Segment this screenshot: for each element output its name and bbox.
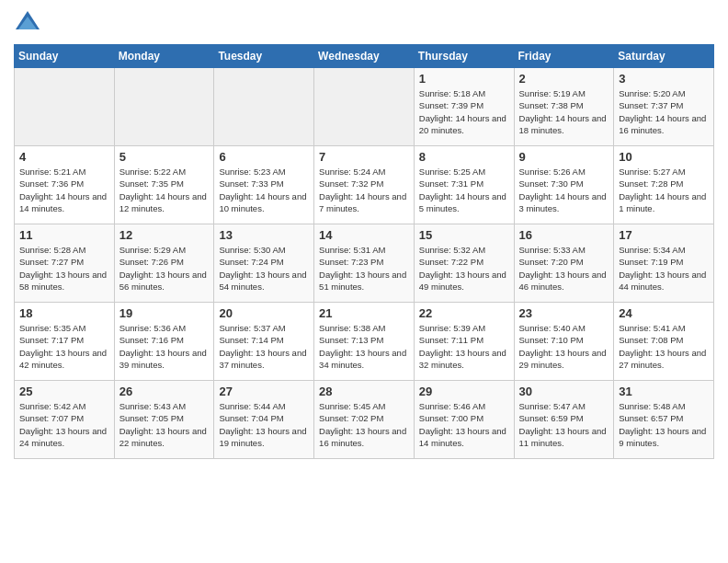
day-number: 14: [319, 228, 409, 242]
day-info: Sunrise: 5:42 AM Sunset: 7:07 PM Dayligh…: [19, 400, 109, 449]
calendar-header-row: SundayMondayTuesdayWednesdayThursdayFrid…: [15, 45, 714, 68]
day-info: Sunrise: 5:34 AM Sunset: 7:19 PM Dayligh…: [619, 244, 709, 293]
day-number: 18: [19, 306, 109, 320]
day-info: Sunrise: 5:27 AM Sunset: 7:28 PM Dayligh…: [619, 166, 709, 214]
calendar-week-row: 4Sunrise: 5:21 AM Sunset: 7:36 PM Daylig…: [15, 146, 714, 224]
calendar-cell: [314, 68, 415, 146]
calendar-cell: 31Sunrise: 5:48 AM Sunset: 6:57 PM Dayli…: [614, 381, 714, 459]
day-info: Sunrise: 5:47 AM Sunset: 6:59 PM Dayligh…: [519, 400, 609, 449]
day-info: Sunrise: 5:21 AM Sunset: 7:36 PM Dayligh…: [19, 166, 109, 214]
day-info: Sunrise: 5:38 AM Sunset: 7:13 PM Dayligh…: [319, 322, 409, 371]
day-number: 27: [219, 385, 309, 398]
day-info: Sunrise: 5:32 AM Sunset: 7:22 PM Dayligh…: [419, 244, 509, 293]
day-info: Sunrise: 5:25 AM Sunset: 7:31 PM Dayligh…: [419, 166, 509, 214]
day-info: Sunrise: 5:26 AM Sunset: 7:30 PM Dayligh…: [519, 166, 609, 214]
day-number: 21: [319, 306, 409, 320]
day-number: 6: [219, 150, 309, 164]
calendar-cell: 23Sunrise: 5:40 AM Sunset: 7:10 PM Dayli…: [514, 303, 614, 381]
calendar-cell: 8Sunrise: 5:25 AM Sunset: 7:31 PM Daylig…: [414, 146, 514, 224]
day-header-saturday: Saturday: [614, 45, 714, 68]
day-info: Sunrise: 5:36 AM Sunset: 7:16 PM Dayligh…: [119, 322, 210, 371]
calendar-cell: 7Sunrise: 5:24 AM Sunset: 7:32 PM Daylig…: [314, 146, 415, 224]
day-info: Sunrise: 5:43 AM Sunset: 7:05 PM Dayligh…: [119, 400, 210, 449]
day-number: 11: [19, 228, 109, 242]
day-info: Sunrise: 5:35 AM Sunset: 7:17 PM Dayligh…: [19, 322, 109, 371]
calendar-cell: 28Sunrise: 5:45 AM Sunset: 7:02 PM Dayli…: [314, 381, 415, 459]
calendar-week-row: 18Sunrise: 5:35 AM Sunset: 7:17 PM Dayli…: [15, 303, 714, 381]
calendar-table: SundayMondayTuesdayWednesdayThursdayFrid…: [14, 44, 714, 459]
calendar-cell: 10Sunrise: 5:27 AM Sunset: 7:28 PM Dayli…: [614, 146, 714, 224]
calendar-cell: 3Sunrise: 5:20 AM Sunset: 7:37 PM Daylig…: [614, 68, 714, 146]
page-header: [14, 9, 714, 37]
day-number: 2: [519, 72, 609, 86]
day-header-friday: Friday: [514, 45, 614, 68]
day-number: 4: [19, 150, 109, 164]
day-info: Sunrise: 5:46 AM Sunset: 7:00 PM Dayligh…: [419, 400, 509, 449]
logo-icon: [14, 9, 41, 37]
day-number: 16: [519, 228, 609, 242]
day-number: 24: [619, 306, 709, 320]
day-number: 26: [119, 385, 210, 398]
calendar-cell: 26Sunrise: 5:43 AM Sunset: 7:05 PM Dayli…: [114, 381, 214, 459]
day-info: Sunrise: 5:29 AM Sunset: 7:26 PM Dayligh…: [119, 244, 210, 293]
day-number: 22: [419, 306, 509, 320]
calendar-cell: 6Sunrise: 5:23 AM Sunset: 7:33 PM Daylig…: [214, 146, 314, 224]
day-header-tuesday: Tuesday: [214, 45, 314, 68]
day-info: Sunrise: 5:48 AM Sunset: 6:57 PM Dayligh…: [619, 400, 709, 449]
calendar-week-row: 11Sunrise: 5:28 AM Sunset: 7:27 PM Dayli…: [15, 224, 714, 303]
day-number: 17: [619, 228, 709, 242]
calendar-cell: [214, 68, 314, 146]
calendar-cell: 5Sunrise: 5:22 AM Sunset: 7:35 PM Daylig…: [114, 146, 214, 224]
calendar-cell: 14Sunrise: 5:31 AM Sunset: 7:23 PM Dayli…: [314, 224, 415, 303]
day-info: Sunrise: 5:22 AM Sunset: 7:35 PM Dayligh…: [119, 166, 210, 214]
calendar-cell: [15, 68, 115, 146]
day-info: Sunrise: 5:33 AM Sunset: 7:20 PM Dayligh…: [519, 244, 609, 293]
calendar-cell: 30Sunrise: 5:47 AM Sunset: 6:59 PM Dayli…: [514, 381, 614, 459]
day-number: 13: [219, 228, 309, 242]
day-info: Sunrise: 5:24 AM Sunset: 7:32 PM Dayligh…: [319, 166, 409, 214]
calendar-cell: 22Sunrise: 5:39 AM Sunset: 7:11 PM Dayli…: [414, 303, 514, 381]
day-number: 8: [419, 150, 509, 164]
calendar-cell: 4Sunrise: 5:21 AM Sunset: 7:36 PM Daylig…: [15, 146, 115, 224]
day-header-monday: Monday: [114, 45, 214, 68]
day-number: 23: [519, 306, 609, 320]
calendar-cell: 16Sunrise: 5:33 AM Sunset: 7:20 PM Dayli…: [514, 224, 614, 303]
calendar-cell: 18Sunrise: 5:35 AM Sunset: 7:17 PM Dayli…: [15, 303, 115, 381]
day-number: 30: [519, 385, 609, 398]
day-number: 19: [119, 306, 210, 320]
day-number: 29: [419, 385, 509, 398]
day-number: 28: [319, 385, 409, 398]
calendar-cell: 20Sunrise: 5:37 AM Sunset: 7:14 PM Dayli…: [214, 303, 314, 381]
day-number: 10: [619, 150, 709, 164]
calendar-cell: [114, 68, 214, 146]
day-info: Sunrise: 5:28 AM Sunset: 7:27 PM Dayligh…: [19, 244, 109, 293]
day-number: 9: [519, 150, 609, 164]
calendar-cell: 1Sunrise: 5:18 AM Sunset: 7:39 PM Daylig…: [414, 68, 514, 146]
calendar-cell: 19Sunrise: 5:36 AM Sunset: 7:16 PM Dayli…: [114, 303, 214, 381]
calendar-cell: 11Sunrise: 5:28 AM Sunset: 7:27 PM Dayli…: [15, 224, 115, 303]
day-number: 25: [19, 385, 109, 398]
day-info: Sunrise: 5:44 AM Sunset: 7:04 PM Dayligh…: [219, 400, 309, 449]
day-info: Sunrise: 5:19 AM Sunset: 7:38 PM Dayligh…: [519, 87, 609, 136]
day-number: 1: [419, 72, 509, 86]
logo: [14, 9, 45, 37]
day-info: Sunrise: 5:18 AM Sunset: 7:39 PM Dayligh…: [419, 87, 509, 136]
day-info: Sunrise: 5:37 AM Sunset: 7:14 PM Dayligh…: [219, 322, 309, 371]
day-number: 7: [319, 150, 409, 164]
calendar-cell: 27Sunrise: 5:44 AM Sunset: 7:04 PM Dayli…: [214, 381, 314, 459]
calendar-week-row: 25Sunrise: 5:42 AM Sunset: 7:07 PM Dayli…: [15, 381, 714, 459]
calendar-cell: 2Sunrise: 5:19 AM Sunset: 7:38 PM Daylig…: [514, 68, 614, 146]
day-info: Sunrise: 5:31 AM Sunset: 7:23 PM Dayligh…: [319, 244, 409, 293]
calendar-cell: 29Sunrise: 5:46 AM Sunset: 7:00 PM Dayli…: [414, 381, 514, 459]
day-number: 3: [619, 72, 709, 86]
calendar-cell: 24Sunrise: 5:41 AM Sunset: 7:08 PM Dayli…: [614, 303, 714, 381]
day-number: 15: [419, 228, 509, 242]
calendar-cell: 17Sunrise: 5:34 AM Sunset: 7:19 PM Dayli…: [614, 224, 714, 303]
calendar-cell: 15Sunrise: 5:32 AM Sunset: 7:22 PM Dayli…: [414, 224, 514, 303]
day-info: Sunrise: 5:30 AM Sunset: 7:24 PM Dayligh…: [219, 244, 309, 293]
calendar-cell: 21Sunrise: 5:38 AM Sunset: 7:13 PM Dayli…: [314, 303, 415, 381]
day-info: Sunrise: 5:45 AM Sunset: 7:02 PM Dayligh…: [319, 400, 409, 449]
day-header-thursday: Thursday: [414, 45, 514, 68]
calendar-cell: 13Sunrise: 5:30 AM Sunset: 7:24 PM Dayli…: [214, 224, 314, 303]
day-header-wednesday: Wednesday: [314, 45, 415, 68]
